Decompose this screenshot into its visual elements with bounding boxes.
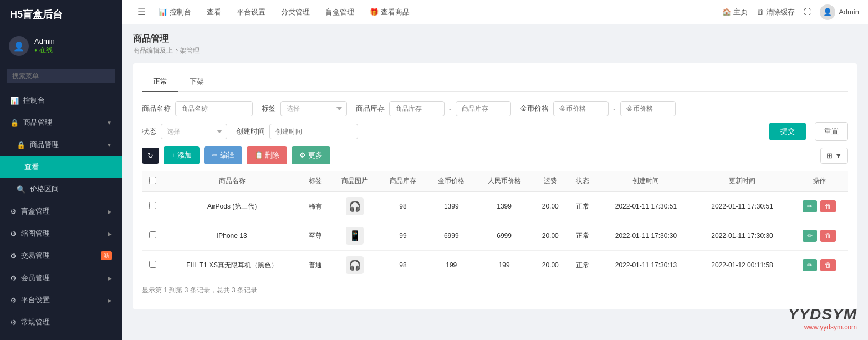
sidebar-item-blind-box[interactable]: ⚙ 盲盒管理 ▶: [0, 200, 122, 222]
filter-row-2: 状态 选择 创建时间 提交 重置: [142, 122, 848, 141]
layout-button[interactable]: ⊞ ▼: [820, 148, 848, 164]
product-name-label: 商品名称: [142, 104, 171, 114]
sidebar-item-price-range[interactable]: 🔍 价格区间: [0, 178, 122, 200]
sidebar-item-product-mgmt-1[interactable]: 🔒 商品管理 ▼: [0, 111, 122, 134]
col-stock: 商品库存: [379, 171, 427, 192]
sidebar-item-dashboard[interactable]: 📊 控制台: [0, 89, 122, 111]
row-delete-button[interactable]: 🗑: [820, 200, 836, 212]
topnav-view-products[interactable]: 🎁 查看商品: [363, 0, 416, 24]
topnav-blind-box[interactable]: 盲盒管理: [319, 0, 361, 24]
topnav-platform-settings[interactable]: 平台设置: [230, 0, 272, 24]
stock-dash: -: [449, 105, 451, 113]
sidebar-item-banner[interactable]: ⚙ 缩图管理 ▶: [0, 222, 122, 245]
topnav-view[interactable]: 查看: [200, 0, 228, 24]
sidebar-item-transaction[interactable]: ⚙ 交易管理 新: [0, 245, 122, 267]
topnav-clear-cache-label: 清除缓存: [766, 7, 795, 17]
topnav-fullscreen[interactable]: ⛶: [804, 8, 811, 16]
row-tag[interactable]: 稀有: [300, 192, 331, 221]
status-select[interactable]: 选择: [161, 124, 227, 139]
row-img: 🎧: [330, 251, 379, 280]
delete-button[interactable]: 📋 删除: [247, 146, 288, 164]
toolbar: ↻ + 添加 ✏ 编辑 📋 删除 ⚙ 更多 ⊞ ▼: [142, 146, 848, 164]
filter-created-time: 创建时间: [236, 124, 358, 139]
topnav-category[interactable]: 分类管理: [274, 0, 316, 24]
product-name-input[interactable]: [175, 101, 253, 116]
sidebar-item-label-member: 会员管理: [21, 273, 50, 283]
row-coin-price: 6999: [427, 221, 476, 251]
user-info: Admin 在线: [34, 37, 55, 55]
row-delete-button[interactable]: 🗑: [820, 230, 836, 242]
row-coin-price: 1399: [427, 192, 476, 221]
filter-actions: 提交 重置: [769, 122, 848, 141]
sidebar-item-member[interactable]: ⚙ 会员管理 ▶: [0, 267, 122, 289]
row-checkbox: [142, 221, 164, 251]
tag-select[interactable]: 选择: [280, 101, 347, 116]
chevron-icon-4: ▶: [108, 297, 112, 303]
topnav-platform-label: 平台设置: [237, 7, 265, 17]
sidebar-item-label-view: 查看: [24, 162, 39, 172]
row-checkbox: [142, 251, 164, 280]
gift-icon: 🎁: [370, 8, 379, 16]
row-select-checkbox[interactable]: [149, 231, 156, 238]
row-actions: ✏ 🗑: [790, 192, 848, 221]
more-button[interactable]: ⚙ 更多: [292, 146, 330, 164]
filter-tag: 标签 选择: [262, 101, 347, 116]
tab-offshelf[interactable]: 下架: [178, 72, 215, 92]
refresh-button[interactable]: ↻: [142, 148, 159, 164]
stock-input-max[interactable]: [456, 101, 511, 116]
row-name: FIIL T1 XS真无限耳机（黑色）: [164, 251, 300, 280]
price-input-max[interactable]: [620, 101, 676, 116]
page-subtitle: 商品编辑及上下架管理: [133, 46, 857, 55]
created-time-input[interactable]: [269, 124, 358, 139]
sidebar-item-product-mgmt-2[interactable]: 🔒 商品管理 ▼: [0, 134, 122, 156]
stock-input-min[interactable]: [389, 101, 445, 116]
sidebar-item-label: 商品管理: [23, 118, 52, 128]
menu-toggle-icon[interactable]: ☰: [131, 7, 152, 17]
tab-normal[interactable]: 正常: [142, 72, 178, 92]
select-all-checkbox[interactable]: [149, 177, 156, 184]
reset-button[interactable]: 重置: [815, 122, 848, 141]
row-select-checkbox[interactable]: [149, 202, 156, 209]
sidebar-item-label-2: 商品管理: [30, 140, 59, 150]
row-delete-button[interactable]: 🗑: [820, 259, 836, 271]
edit-button[interactable]: ✏ 编辑: [204, 146, 242, 164]
topnav-clear-cache[interactable]: 🗑 清除缓存: [757, 7, 795, 17]
row-select-checkbox[interactable]: [149, 261, 156, 268]
row-edit-button[interactable]: ✏: [803, 230, 817, 242]
transaction-icon: ⚙: [10, 252, 17, 260]
price-input-min[interactable]: [553, 101, 609, 116]
row-edit-button[interactable]: ✏: [803, 200, 817, 212]
chevron-icon-2: ▶: [108, 231, 112, 237]
fullscreen-icon: ⛶: [804, 8, 811, 16]
submit-button[interactable]: 提交: [769, 123, 806, 140]
sidebar-logo: H5盲盒后台: [0, 0, 122, 29]
col-checkbox: [142, 171, 164, 192]
sidebar-item-label-platform: 平台设置: [21, 295, 50, 305]
topnav-home[interactable]: 🏠 主页: [722, 7, 748, 17]
lock-icon: 🔒: [10, 119, 19, 127]
row-edit-button[interactable]: ✏: [803, 259, 817, 271]
lock-icon-2: 🔒: [17, 141, 25, 149]
add-button[interactable]: + 添加: [164, 146, 200, 164]
sidebar-item-general[interactable]: ⚙ 常规管理: [0, 311, 122, 333]
watermark: YYDSYM www.yydsym.com: [788, 306, 857, 331]
main-card: 正常 下架 商品名称 标签 选择 商品库存 -: [133, 63, 857, 309]
topnav-dashboard[interactable]: 📊 控制台: [152, 0, 198, 24]
image-icon: ⚙: [10, 230, 17, 238]
price-dash: -: [613, 105, 615, 113]
sidebar-item-view[interactable]: 查看: [0, 156, 122, 178]
table-row: iPhone 13 至尊 📱 99 6999 6999 20.00 正常 202…: [142, 221, 848, 251]
topnav-home-label: 主页: [733, 7, 748, 17]
row-rmb-price: 199: [476, 251, 533, 280]
table-footer: 显示第 1 到第 3 条记录，总共 3 条记录: [142, 280, 848, 301]
sidebar-item-platform[interactable]: ⚙ 平台设置 ▶: [0, 289, 122, 311]
page-title: 商品管理: [133, 33, 857, 45]
row-tag[interactable]: 普通: [300, 251, 331, 280]
row-tag[interactable]: 至尊: [300, 221, 331, 251]
watermark-logo: YYDSYM: [788, 306, 857, 323]
search-input[interactable]: [7, 69, 115, 83]
user-name: Admin: [34, 37, 55, 45]
sidebar-user: 👤 Admin 在线: [0, 29, 122, 63]
avatar: 👤: [9, 36, 29, 56]
row-created: 2022-01-11 17:30:51: [598, 192, 695, 221]
